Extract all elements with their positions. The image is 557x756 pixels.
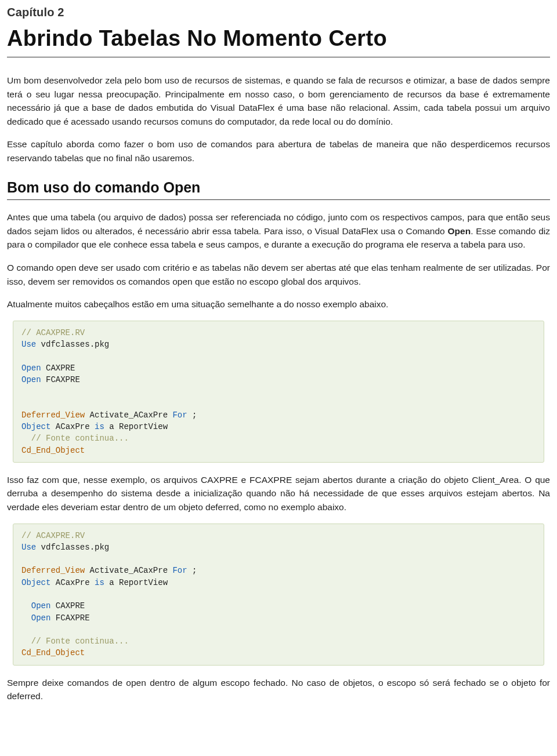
section-paragraph-1: Antes que uma tabela (ou arquivo de dado… xyxy=(7,210,550,252)
code-text: vdfclasses.pkg xyxy=(36,340,109,349)
code-text: FCAXPRE xyxy=(41,375,80,384)
code-def: Cd_End_Object xyxy=(21,446,85,455)
code-keyword: Use xyxy=(21,340,36,349)
code-keyword: Object xyxy=(21,578,50,587)
section-paragraph-4: Isso faz com que, nesse exemplo, os arqu… xyxy=(7,473,550,514)
code-text: Activate_ACaxPre xyxy=(85,410,172,420)
code-text: ACaxPre xyxy=(50,422,95,431)
code-block-2: // ACAXPRE.RV Use vdfclasses.pkg Deferre… xyxy=(13,524,544,666)
code-keyword: is xyxy=(95,578,104,587)
code-text: Activate_ACaxPre xyxy=(85,566,172,575)
code-keyword: Open xyxy=(21,364,41,373)
intro-paragraph-1: Um bom desenvolvedor zela pelo bom uso d… xyxy=(7,74,550,128)
code-text: a ReportView xyxy=(104,422,168,431)
code-def: Cd_End_Object xyxy=(21,648,85,657)
code-comment: // Fonte continua... xyxy=(21,434,129,443)
code-def: Deferred_View xyxy=(21,410,85,420)
code-text: ; xyxy=(187,566,197,575)
code-text: ; xyxy=(187,410,197,420)
intro-paragraph-2: Esse capítulo aborda como fazer o bom us… xyxy=(7,137,550,165)
section-paragraph-3: Atualmente muitos cabeçalhos estão em um… xyxy=(7,297,550,311)
code-comment: // Fonte continua... xyxy=(21,637,129,646)
code-def: Deferred_View xyxy=(21,566,85,575)
section-paragraph-2: O comando open deve ser usado com critér… xyxy=(7,261,550,288)
section-heading: Bom uso do comando Open xyxy=(7,178,550,201)
chapter-label: Capítulo 2 xyxy=(7,5,550,20)
code-text: CAXPRE xyxy=(41,364,75,373)
page-title: Abrindo Tabelas No Momento Certo xyxy=(7,24,550,57)
code-indent xyxy=(21,601,31,610)
code-keyword: Open xyxy=(21,375,41,384)
code-keyword: Use xyxy=(21,543,36,552)
code-keyword: Object xyxy=(21,422,50,431)
code-keyword: is xyxy=(95,422,104,431)
code-comment: // ACAXPRE.RV xyxy=(21,328,85,337)
open-keyword: Open xyxy=(448,226,471,236)
code-text: FCAXPRE xyxy=(50,613,89,623)
code-text: CAXPRE xyxy=(50,601,85,610)
code-text: ACaxPre xyxy=(50,578,95,587)
code-indent xyxy=(21,613,31,623)
code-block-1: // ACAXPRE.RV Use vdfclasses.pkg Open CA… xyxy=(13,321,544,463)
code-keyword: For xyxy=(172,566,187,575)
code-text: vdfclasses.pkg xyxy=(36,543,109,552)
code-keyword: For xyxy=(172,410,187,420)
code-comment: // ACAXPRE.RV xyxy=(21,531,85,540)
section-paragraph-5: Sempre deixe comandos de open dentro de … xyxy=(7,676,550,703)
code-text: a ReportView xyxy=(104,578,168,587)
code-keyword: Open xyxy=(31,613,51,623)
code-keyword: Open xyxy=(31,601,51,610)
